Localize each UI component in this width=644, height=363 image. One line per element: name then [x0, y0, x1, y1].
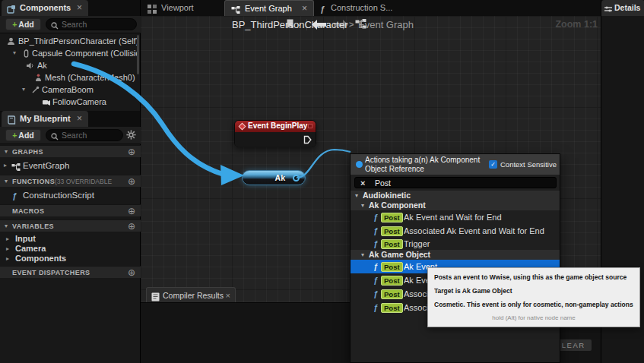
- myblueprint-search-input[interactable]: Search: [46, 129, 123, 141]
- skeletal-mesh-icon: [34, 73, 43, 84]
- tooltip-hint: hold (Alt) for native node name: [434, 314, 633, 322]
- add-macro-icon[interactable]: ⊕: [128, 205, 135, 217]
- list-item-eventgraph[interactable]: ▸ EventGraph: [0, 159, 141, 172]
- action-item[interactable]: ƒ Post Associated Ak Event and Wait for …: [351, 224, 560, 238]
- action-search-input[interactable]: × Post: [354, 177, 557, 188]
- function-icon: ƒ: [373, 301, 378, 314]
- action-item[interactable]: ƒ Post Trigger: [351, 238, 560, 250]
- gear-icon[interactable]: [126, 130, 136, 141]
- action-item[interactable]: ƒ Post Ak Event and Wait for End: [351, 210, 560, 224]
- ak-audio-icon: [26, 61, 35, 71]
- close-icon[interactable]: ×: [226, 288, 230, 303]
- context-sensitive-label: Context Sensitive: [500, 160, 557, 169]
- tooltip-line: Cosmetic. This event is only for cosmeti…: [434, 301, 633, 309]
- components-scrollbar[interactable]: [137, 35, 139, 74]
- expander-icon[interactable]: ▸: [6, 234, 9, 244]
- breadcrumb-current[interactable]: Event Graph: [358, 19, 414, 30]
- tab-viewport[interactable]: Viewport: [141, 0, 220, 16]
- breadcrumb-separator-icon: >: [349, 20, 354, 29]
- tree-item-followcamera[interactable]: FollowCamera: [0, 96, 141, 108]
- list-item-constructionscript[interactable]: ƒ ConstructionScript: [0, 188, 141, 202]
- expander-icon[interactable]: ▾: [22, 84, 25, 96]
- event-dispatchers-section-header[interactable]: EVENT DISPATCHERS ⊕: [0, 266, 141, 278]
- plus-icon: +: [12, 20, 17, 29]
- viewport-tab-label: Viewport: [161, 0, 194, 16]
- variable-category-input[interactable]: ▸ Input: [0, 234, 141, 244]
- tree-item-mesh[interactable]: Mesh (CharacterMesh0)Edi: [0, 71, 141, 84]
- add-function-icon[interactable]: ⊕: [128, 175, 135, 188]
- breadcrumb-root[interactable]: BP_ThirdPersonCharacter: [232, 19, 347, 30]
- add-component-button[interactable]: +Add: [5, 18, 41, 30]
- tab-compiler-results[interactable]: Compiler Results ×: [146, 287, 236, 302]
- tab-event-graph[interactable]: Event Graph ×: [224, 0, 314, 16]
- event-node-flag-icon: [308, 124, 312, 128]
- close-icon[interactable]: ×: [77, 0, 82, 16]
- graphs-label: GRAPHS: [12, 146, 43, 158]
- functions-section-header[interactable]: ▾ FUNCTIONS (33 OVERRIDABLE ⊕: [0, 175, 141, 187]
- add-blueprint-item-button[interactable]: +Add: [5, 129, 41, 141]
- tab-details[interactable]: Details: [601, 0, 644, 16]
- node-ak-getter[interactable]: Ak: [242, 170, 306, 185]
- node-event-beginplay[interactable]: Event BeginPlay: [234, 120, 316, 147]
- ak-node-label: Ak: [275, 173, 285, 182]
- mesh-label: Mesh (CharacterMesh0): [45, 73, 135, 82]
- collapse-icon: ▾: [355, 191, 358, 200]
- tree-item-self[interactable]: BP_ThirdPersonCharacter (Self): [0, 35, 141, 47]
- category-ak-component[interactable]: ▾ Ak Component: [351, 200, 560, 210]
- search-icon: [51, 132, 59, 143]
- close-icon[interactable]: ×: [302, 1, 307, 17]
- myblueprint-toolbar: +Add Search: [0, 127, 141, 144]
- category-audiokinetic[interactable]: ▾ Audiokinetic: [351, 191, 560, 200]
- variables-section-header[interactable]: ▾ VARIABLES ⊕: [0, 219, 141, 232]
- add-graph-icon[interactable]: ⊕: [128, 146, 135, 158]
- graph-icon: [11, 162, 21, 172]
- actor-icon: [7, 36, 15, 47]
- add-dispatcher-icon[interactable]: ⊕: [128, 267, 135, 279]
- exec-output-pin[interactable]: [303, 135, 312, 146]
- graphs-section-header[interactable]: ▾ GRAPHS ⊕: [0, 145, 141, 157]
- macros-section-header[interactable]: MACROS ⊕: [0, 204, 141, 216]
- unreal-blueprint-editor: { "ui": { "close": "×", "plus": "+", "ci…: [0, 0, 644, 363]
- search-placeholder: Search: [62, 19, 87, 30]
- ak-output-pin[interactable]: [293, 175, 300, 182]
- search-match-chip: Post: [381, 276, 403, 286]
- variable-category-camera[interactable]: ▸ Camera: [0, 244, 141, 254]
- camera-icon: [42, 97, 51, 108]
- function-icon: ƒ: [12, 189, 17, 202]
- expander-icon[interactable]: ▾: [13, 47, 16, 59]
- macros-label: MACROS: [12, 205, 44, 217]
- close-icon[interactable]: ×: [77, 111, 82, 127]
- plus-icon: +: [12, 131, 17, 140]
- context-dot-icon: [356, 161, 363, 168]
- search-match-chip: Post: [381, 289, 403, 299]
- tooltip-line: Target is Ak Game Object: [434, 287, 633, 295]
- function-icon: ƒ: [373, 273, 378, 287]
- action-tooltip: Posts an event to Wwise, using this as t…: [427, 267, 640, 327]
- expander-icon[interactable]: ▸: [6, 244, 9, 254]
- tab-construction-script[interactable]: ƒ Construction S...: [314, 0, 407, 16]
- construction-tab-label: Construction S...: [331, 0, 392, 16]
- search-placeholder: Search: [62, 130, 87, 140]
- components-search-input[interactable]: Search: [46, 18, 137, 30]
- variable-category-components[interactable]: ▸ Components: [0, 254, 141, 264]
- category-ak-game-object[interactable]: ▾ Ak Game Object: [351, 250, 560, 260]
- tree-item-cameraboom[interactable]: ▾ CameraBoom: [0, 84, 141, 96]
- search-match-chip: Post: [381, 213, 403, 223]
- event-graph-tab-label: Event Graph: [245, 1, 292, 17]
- collapse-icon: ▾: [361, 250, 364, 260]
- function-icon: ƒ: [320, 2, 325, 17]
- clear-search-icon[interactable]: ×: [360, 178, 365, 189]
- tree-item-ak[interactable]: Ak: [0, 59, 141, 71]
- tab-components[interactable]: Components ×: [2, 0, 88, 16]
- details-icon: [604, 3, 613, 16]
- tree-item-capsule[interactable]: ▾ Capsule Component (Collision: [0, 47, 141, 59]
- tab-my-blueprint[interactable]: My Blueprint ×: [2, 111, 88, 127]
- add-variable-icon[interactable]: ⊕: [128, 220, 135, 232]
- expander-icon[interactable]: ▸: [6, 254, 9, 264]
- expander-icon[interactable]: ▸: [4, 159, 7, 172]
- event-diamond-icon: [239, 123, 246, 131]
- event-node-body: [235, 132, 316, 147]
- search-match-chip: Post: [381, 303, 403, 313]
- context-sensitive-checkbox[interactable]: ✓: [489, 160, 497, 169]
- blueprint-action-menu: Actions taking a(n) Ak Component Object …: [350, 153, 560, 363]
